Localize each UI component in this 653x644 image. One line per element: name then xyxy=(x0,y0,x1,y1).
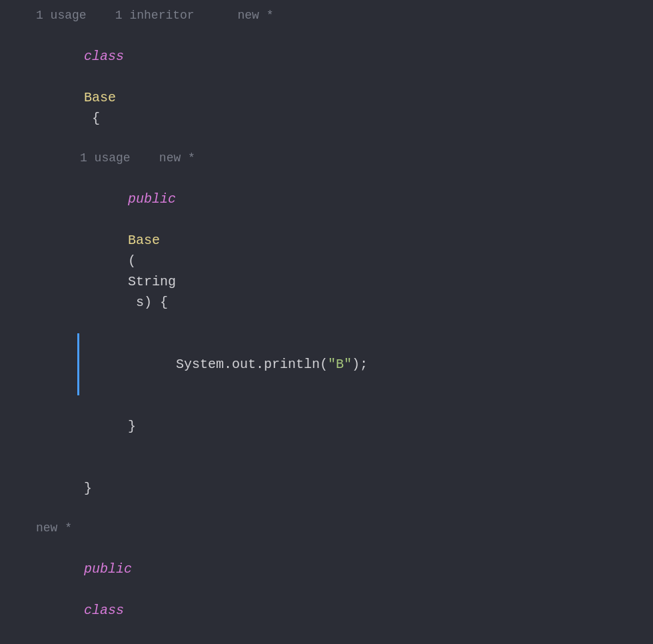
base-classname: Base xyxy=(84,90,116,105)
open-paren: ( xyxy=(128,253,136,269)
space xyxy=(84,582,92,597)
meta-separator-2 xyxy=(195,7,238,25)
meta-sep xyxy=(131,149,159,168)
space xyxy=(128,212,136,227)
left-bar-indicator xyxy=(77,333,79,395)
meta-separator-1 xyxy=(87,7,115,25)
base-usage-count[interactable]: 1 usage xyxy=(36,7,87,25)
class-keyword: class xyxy=(84,49,124,64)
class-keyword-2: class xyxy=(84,603,124,618)
base-constructor-declaration: public Base ( String s) { xyxy=(0,168,653,333)
public-keyword-1: public xyxy=(128,191,176,207)
close-base-class-brace: } xyxy=(0,457,653,519)
base-new-star[interactable]: new * xyxy=(237,7,273,25)
base-constructor-name: Base xyxy=(128,233,160,248)
between-new-star[interactable]: new * xyxy=(36,519,72,538)
param-s: s) { xyxy=(128,295,168,310)
close-brace-2: } xyxy=(84,481,92,496)
base-inheritor-count[interactable]: 1 inheritor xyxy=(115,7,195,25)
public-keyword-2: public xyxy=(84,561,132,577)
constructor-new-star[interactable]: new * xyxy=(159,149,195,168)
open-brace: { xyxy=(84,111,100,126)
base-constructor-meta[interactable]: 1 usage new * xyxy=(0,149,653,168)
space xyxy=(84,69,92,85)
base-sysout-line: System.out.println("B"); xyxy=(0,333,653,395)
constructor-usage-count[interactable]: 1 usage xyxy=(80,149,131,168)
close-constructor-brace: } xyxy=(0,395,653,457)
close-brace-1: } xyxy=(128,419,136,434)
code-editor: 1 usage 1 inheritor new * class Base { 1… xyxy=(0,7,653,644)
space xyxy=(84,623,92,639)
string-type-1: String xyxy=(128,274,176,289)
system-out-b: System.out.println("B"); xyxy=(176,357,368,372)
between-classes-new[interactable]: new * xyxy=(0,519,653,538)
dervid-class-declaration: public class Dervid extends Base { xyxy=(0,538,653,644)
base-class-meta[interactable]: 1 usage 1 inheritor new * xyxy=(0,7,653,25)
class-base-declaration: class Base { xyxy=(0,25,653,149)
